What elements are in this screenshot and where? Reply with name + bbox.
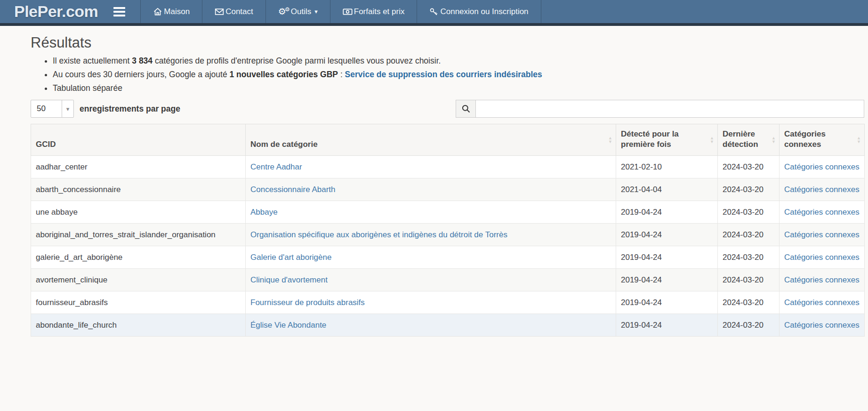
gcid-cell: avortement_clinique [31,269,246,291]
last-detected-cell: 2024-03-20 [718,178,780,201]
related-categories-link[interactable]: Catégories connexes [784,230,860,239]
nav-label: Forfaits et prix [354,7,405,16]
page-length-value: 50 [31,100,62,117]
page-title: Résultats [31,34,864,51]
gcid-cell: abarth_concessionnaire [31,178,246,201]
last-detected-cell: 2024-03-20 [718,291,780,314]
category-link[interactable]: Église Vie Abondante [250,321,326,330]
page-length-select[interactable]: 50 ▾ [31,100,74,118]
nav-item-login[interactable]: Connexion ou Inscription [417,0,541,23]
column-header-related[interactable]: Catégories connexes ▲▼ [780,124,865,156]
nav-item-tools[interactable]: ⚙ ⚙ Outils ▾ [265,0,330,23]
brand-logo[interactable]: PlePer.com [0,0,98,23]
table-row: abarth_concessionnaire Concessionnaire A… [31,178,865,201]
first-detected-cell: 2021-02-10 [616,156,718,178]
table-row: galerie_d_art_aborigène Galerie d'art ab… [31,246,865,269]
related-categories-link[interactable]: Catégories connexes [784,253,860,262]
first-detected-cell: 2019-04-24 [616,224,718,246]
table-row: une abbaye Abbaye 2019-04-24 2024-03-20 … [31,201,865,224]
sort-icon[interactable]: ▲▼ [608,136,612,144]
related-categories-link[interactable]: Catégories connexes [784,185,860,194]
chevron-down-icon: ▾ [62,100,73,117]
last-detected-cell: 2024-03-20 [718,246,780,269]
search-box [456,100,864,118]
new-count: 1 nouvelles catégories GBP [230,70,338,79]
category-link[interactable]: Organisation spécifique aux aborigènes e… [250,230,507,239]
column-header-name[interactable]: Nom de catégorie ▲▼ [246,124,616,156]
envelope-icon [215,8,224,16]
nav-label: Contact [225,7,253,16]
column-header-gcid[interactable]: GCID [31,124,246,156]
key-icon [429,7,439,16]
summary-tab-separated: Tabulation séparée [53,82,864,94]
nav-label: Connexion ou Inscription [440,7,528,16]
column-header-first-detected[interactable]: Détecté pour la première fois ▲▼ [616,124,718,156]
money-icon [343,8,353,16]
first-detected-cell: 2021-04-04 [616,178,718,201]
first-detected-cell: 2019-04-24 [616,291,718,314]
last-detected-cell: 2024-03-20 [718,224,780,246]
total-count: 3 834 [132,56,153,65]
navbar: PlePer.com Maison Contact [0,0,868,26]
nav-label: Outils [291,7,311,16]
category-link[interactable]: Concessionnaire Abarth [250,185,336,194]
main-nav: Maison Contact ⚙ ⚙ Outils ▾ [140,0,541,23]
table-row: abondante_life_church Église Vie Abondan… [31,314,865,337]
content: Résultats Il existe actuellement 3 834 c… [0,34,868,337]
gcid-cell: une abbaye [31,201,246,224]
sort-icon[interactable]: ▲▼ [857,136,861,144]
table-controls: 50 ▾ enregistrements par page [31,100,864,118]
sort-icon[interactable]: ▲▼ [710,136,714,144]
table-row: avortement_clinique Clinique d'avortemen… [31,269,865,291]
category-link[interactable]: Galerie d'art aborigène [250,253,331,262]
last-detected-cell: 2024-03-20 [718,156,780,178]
category-link[interactable]: Abbaye [250,208,278,217]
related-categories-link[interactable]: Catégories connexes [784,208,860,217]
last-detected-cell: 2024-03-20 [718,314,780,337]
nav-item-home[interactable]: Maison [140,0,202,23]
table-row: fournisseur_abrasifs Fournisseur de prod… [31,291,865,314]
category-link[interactable]: Clinique d'avortement [250,275,328,284]
first-detected-cell: 2019-04-24 [616,269,718,291]
table-row: aadhar_center Centre Aadhar 2021-02-10 2… [31,156,865,178]
page-length-label: enregistrements par page [80,104,180,114]
summary-new-categories: Au cours des 30 derniers jours, Google a… [53,69,864,81]
new-category-link[interactable]: Service de suppression des courriers ind… [345,70,542,79]
table-row: aboriginal_and_torres_strait_islander_or… [31,224,865,246]
related-categories-link[interactable]: Catégories connexes [784,321,860,330]
gcid-cell: fournisseur_abrasifs [31,291,246,314]
chevron-down-icon: ▾ [314,8,318,15]
summary-total-categories: Il existe actuellement 3 834 catégories … [53,55,864,67]
column-header-last-detected[interactable]: Dernière détection ▲▼ [718,124,780,156]
related-categories-link[interactable]: Catégories connexes [784,162,860,171]
table-header-row: GCID Nom de catégorie ▲▼ Détecté pour la… [31,124,865,156]
related-categories-link[interactable]: Catégories connexes [784,298,860,307]
nav-item-pricing[interactable]: Forfaits et prix [330,0,417,23]
search-icon [456,100,475,118]
first-detected-cell: 2019-04-24 [616,246,718,269]
gcid-cell: aadhar_center [31,156,246,178]
nav-item-contact[interactable]: Contact [202,0,265,23]
first-detected-cell: 2019-04-24 [616,314,718,337]
nav-label: Maison [164,7,190,16]
last-detected-cell: 2024-03-20 [718,269,780,291]
first-detected-cell: 2019-04-24 [616,201,718,224]
gears-icon: ⚙ ⚙ [278,7,289,17]
gcid-cell: abondante_life_church [31,314,246,337]
gcid-cell: galerie_d_art_aborigène [31,246,246,269]
page-length-group: 50 ▾ enregistrements par page [31,100,180,118]
category-link[interactable]: Centre Aadhar [250,162,302,171]
search-input[interactable] [475,100,864,118]
summary-list: Il existe actuellement 3 834 catégories … [31,55,864,94]
home-icon [153,7,162,16]
related-categories-link[interactable]: Catégories connexes [784,275,860,284]
categories-table: GCID Nom de catégorie ▲▼ Détecté pour la… [31,124,865,337]
last-detected-cell: 2024-03-20 [718,201,780,224]
category-link[interactable]: Fournisseur de produits abrasifs [250,298,365,307]
gcid-cell: aboriginal_and_torres_strait_islander_or… [31,224,246,246]
sort-icon[interactable]: ▲▼ [772,136,776,144]
hamburger-icon [113,7,125,9]
hamburger-menu-button[interactable] [98,0,140,23]
